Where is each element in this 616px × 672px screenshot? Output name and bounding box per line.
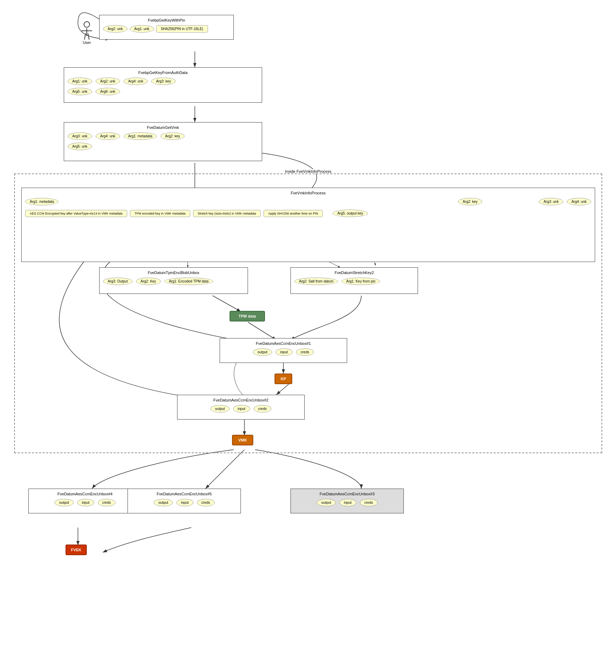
arg-creds-5: creds: [197, 499, 215, 506]
arg-arg2-unk-1: Arg2: unk: [103, 25, 128, 33]
arg-input-5: input: [176, 499, 193, 506]
arg-arg5-output-key: Arg5: output key: [333, 210, 368, 217]
arg-output-4: output: [55, 499, 74, 506]
arg-arg1-unk-1: Arg1: unk: [130, 25, 154, 33]
label-apply-sha256: Apply SHA256 another time on PIN: [264, 210, 323, 217]
args-aes-ccm-unbox1: output input creds: [224, 348, 343, 356]
args-aes-ccm-unbox2: output input creds: [181, 405, 301, 412]
args-vmk-left: Arg1: metadata: [25, 198, 58, 205]
arg-arg3-unk-vmk: Arg3: unk: [539, 198, 563, 205]
arg-arg5-unk-2: Arg5: unk: [68, 88, 92, 95]
arg-arg2-key-3: Arg2: key: [160, 132, 185, 140]
args-aes-ccm-unbox3: output input creds: [294, 499, 400, 506]
box-title-aes-ccm-unbox1: FveDatumAesCcmEncUnbox#1: [224, 341, 343, 346]
arg-output-2: output: [210, 405, 230, 412]
args-vmk-right: Arg2: key Arg3: unk Arg4: unk: [458, 198, 591, 205]
box-fve-datum-aes-ccm-unbox3: FveDatumAesCcmEncUnbox#3 output input cr…: [290, 489, 404, 513]
arg-input-3: input: [339, 499, 356, 506]
label-tpm-encoded: TPM encoded key in VMK metadata: [130, 210, 190, 217]
node-kp: KP: [275, 374, 292, 384]
user-figure: User: [76, 21, 97, 45]
box-title-aes-ccm-unbox5: FveDatumAesCcmEncUnbox#5: [131, 492, 237, 496]
args-fve-datum-stretch-key2: Arg2: Salt from datum Arg1: Key from pin: [294, 278, 414, 285]
box-fve-datum-aes-ccm-unbox2: FveDatumAesCcmEncUnbox#2 output input cr…: [177, 395, 305, 420]
args-fve-datum-get-vmk-row2: Arg5: unk: [68, 143, 258, 150]
args-fvebp-get-key-from-auth: Arg1: unk Arg2: unk Arg4: unk Arg3: key: [68, 78, 258, 85]
box-title-fve-datum-stretch-key2: FveDatumStretchKey2: [294, 270, 414, 275]
node-vmk: VMK: [232, 435, 253, 445]
arg-arg1-metadata-vmk: Arg1: metadata: [25, 198, 58, 205]
box-fve-datum-tpm-enc-blob-unbox: FveDatumTpmEncBlobUnbox Arg3: Output Arg…: [99, 267, 248, 294]
arg-arg2-key-vmk: Arg2: key: [458, 198, 482, 205]
box-fvebp-get-key-with-pin: FvebpGetKeyWithPin Arg2: unk Arg1: unk S…: [99, 15, 234, 40]
box-title-aes-ccm-unbox4: FveDatumAesCcmEncUnbox#4: [32, 492, 138, 496]
arg-creds-2: creds: [254, 405, 271, 412]
arg-arg2-unk-2: Arg2: unk: [96, 78, 120, 85]
box-title-fve-datum-tpm-enc: FveDatumTpmEncBlobUnbox: [103, 270, 244, 275]
dashed-title-inside-fvevmk: Inside FveVmkInfoProcess: [284, 169, 333, 173]
arg-output-5: output: [154, 499, 173, 506]
arg-arg3-key-2: Arg3: key: [151, 78, 175, 85]
label-aes-ccm: AES CCM Encrypted key after ValueType=0x…: [25, 210, 127, 217]
args-fvebp-get-key-from-auth-row2: Arg5: unk Arg6: unk: [68, 88, 258, 95]
args-fvebp-get-key-with-pin: Arg2: unk Arg1: unk SHA256(PIN in UTF-16…: [103, 25, 230, 33]
box-fve-datum-aes-ccm-unbox5: FveDatumAesCcmEncUnbox#5 output input cr…: [128, 489, 241, 513]
arg-arg1-encoded-tpm: Arg1: Encoded TPM data: [164, 278, 213, 285]
args-aes-ccm-unbox5: output input creds: [131, 499, 237, 506]
arg-creds-3: creds: [360, 499, 378, 506]
box-title-fvebp-get-key-with-pin: FvebpGetKeyWithPin: [103, 18, 230, 22]
arg-arg4-unk-vmk: Arg4: unk: [567, 198, 591, 205]
args-fve-datum-get-vmk: Arg3: unk Arg4: unk Arg1: metadata Arg2:…: [68, 132, 258, 140]
box-fve-datum-stretch-key2: FveDatumStretchKey2 Arg2: Salt from datu…: [290, 267, 418, 294]
box-title-fve-datum-get-vmk: FveDatumGetVmk: [68, 125, 258, 130]
arg-output-1: output: [253, 348, 272, 356]
arg-creds-1: creds: [296, 348, 314, 356]
box-fve-datum-aes-ccm-unbox1: FveDatumAesCcmEncUnbox#1 output input cr…: [220, 338, 347, 363]
box-fve-vmk-info-process: FveVmkInfoProcess Arg1: metadata Arg2: k…: [21, 188, 595, 262]
arg-arg2-salt: Arg2: Salt from datum: [294, 278, 338, 285]
box-fve-datum-aes-ccm-unbox4: FveDatumAesCcmEncUnbox#4 output input cr…: [28, 489, 142, 513]
arg-arg4-unk-2: Arg4: unk: [124, 78, 148, 85]
arg-arg3-output-tpm: Arg3: Output: [103, 278, 132, 285]
box-fvebp-get-key-from-auth: FvebpGetKeyFromAuthData Arg1: unk Arg2: …: [64, 67, 262, 103]
box-title-aes-ccm-unbox3: FveDatumAesCcmEncUnbox#3: [294, 492, 400, 496]
arg-input-2: input: [233, 405, 250, 412]
diagram-container: User FvebpGetKeyWithPin Arg2: unk Arg1: …: [0, 0, 616, 672]
node-fvek: FVEK: [66, 545, 87, 555]
args-aes-ccm-unbox4: output input creds: [32, 499, 138, 506]
arg-output-3: output: [317, 499, 336, 506]
box-title-fve-vmk-info-process: FveVmkInfoProcess: [25, 191, 591, 195]
arg-creds-4: creds: [98, 499, 115, 506]
arg-arg1-metadata-3: Arg1: metadata: [124, 132, 157, 140]
user-label: User: [76, 40, 97, 45]
arg-input-4: input: [77, 499, 94, 506]
box-fve-datum-get-vmk: FveDatumGetVmk Arg3: unk Arg4: unk Arg1:…: [64, 122, 262, 161]
arg-arg4-unk-3: Arg4: unk: [96, 132, 120, 140]
arg-arg3-unk-3: Arg3: unk: [68, 132, 92, 140]
arg-input-1: input: [276, 348, 293, 356]
arg-arg6-unk-2: Arg6: unk: [96, 88, 120, 95]
arg-arg1-key-from-pin: Arg1: Key from pin: [341, 278, 380, 285]
box-title-aes-ccm-unbox2: FveDatumAesCcmEncUnbox#2: [181, 398, 301, 402]
args-fve-datum-tpm-enc: Arg3: Output Arg2: Key Arg1: Encoded TPM…: [103, 278, 244, 285]
arg-arg2-key-tpm: Arg2: Key: [136, 278, 161, 285]
box-title-fvebp-get-key-from-auth: FvebpGetKeyFromAuthData: [68, 70, 258, 75]
node-tpm-data: TPM data: [230, 311, 265, 321]
arg-arg5-unk-3: Arg5: unk: [68, 143, 92, 150]
label-stretch-key: Stretch key (size=0x6c) in VMK metadata: [193, 210, 261, 217]
arg-arg1-unk-2: Arg1: unk: [68, 78, 92, 85]
arg-sha256: SHA256(PIN in UTF-16LE): [156, 25, 208, 33]
